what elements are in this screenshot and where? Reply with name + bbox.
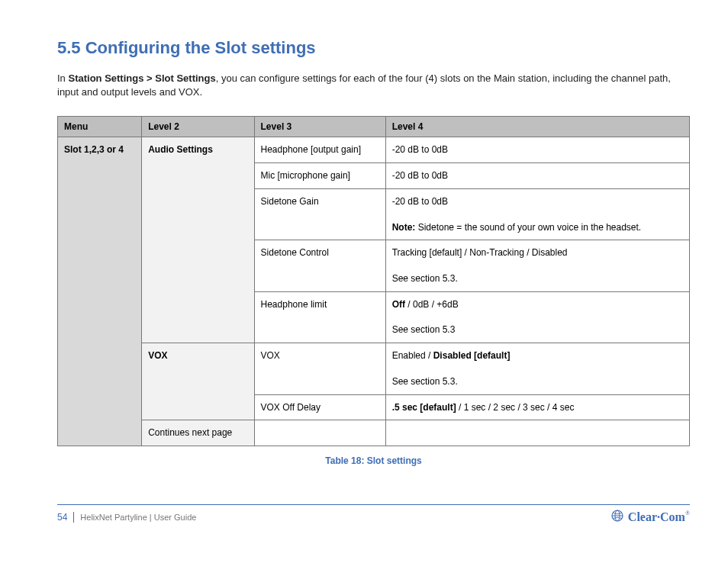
- cell-level3: Headphone [output gain]: [254, 137, 385, 163]
- cell-level2: Audio Settings: [142, 137, 254, 343]
- registered-mark: ®: [685, 510, 690, 516]
- footer-text: HelixNet Partyline | User Guide: [74, 513, 196, 522]
- th-level2: Level 2: [142, 117, 254, 137]
- cell-level3: Sidetone Gain: [254, 188, 385, 240]
- intro-paragraph: In Station Settings > Slot Settings, you…: [57, 72, 690, 99]
- cell-level4: Tracking [default] / Non-Tracking / Disa…: [385, 240, 689, 291]
- cell-level4: Enabled / Disabled [default]See section …: [385, 343, 689, 394]
- intro-lead: Station Settings > Slot Settings: [68, 72, 215, 84]
- table-body: Slot 1,2,3 or 4 Audio Settings Headphone…: [58, 137, 690, 446]
- cell-level4: -20 dB to 0dB: [385, 163, 689, 189]
- cell-level3: Mic [microphone gain]: [254, 163, 385, 189]
- section-title: 5.5 Configuring the Slot settings: [57, 38, 690, 58]
- cell-level3: [254, 420, 385, 446]
- cell-level4: Off / 0dB / +6dBSee section 5.3: [385, 291, 689, 343]
- page-content: 5.5 Configuring the Slot settings In Sta…: [0, 0, 728, 466]
- th-level3: Level 3: [254, 117, 385, 137]
- cell-level4: -20 dB to 0dBNote: Sidetone = the sound …: [385, 188, 689, 240]
- cell-level3: VOX: [254, 343, 385, 394]
- cell-level4: [385, 420, 689, 446]
- cell-level2: VOX: [142, 343, 254, 420]
- table-row: VOX VOX Enabled / Disabled [default]See …: [58, 343, 690, 394]
- brand-logo: Clear·Com®: [611, 510, 690, 525]
- table-row: Slot 1,2,3 or 4 Audio Settings Headphone…: [58, 137, 690, 163]
- cell-level1: Slot 1,2,3 or 4: [58, 137, 142, 446]
- globe-icon: [611, 510, 623, 525]
- th-menu: Menu: [58, 117, 142, 137]
- brand-name: Clear·Com: [628, 510, 685, 523]
- cell-level4: -20 dB to 0dB: [385, 137, 689, 163]
- footer-line: 54 HelixNet Partyline | User Guide Clear…: [57, 504, 690, 525]
- cell-level3: VOX Off Delay: [254, 394, 385, 420]
- table-header-row: Menu Level 2 Level 3 Level 4: [58, 117, 690, 137]
- table-caption: Table 18: Slot settings: [57, 455, 690, 466]
- page-number: 54: [57, 512, 74, 523]
- section-number: 5.5: [57, 38, 81, 57]
- th-level4: Level 4: [385, 117, 689, 137]
- cell-level3: Sidetone Control: [254, 240, 385, 291]
- section-title-text: Configuring the Slot settings: [85, 38, 316, 57]
- cell-level3: Headphone limit: [254, 291, 385, 343]
- slot-settings-table: Menu Level 2 Level 3 Level 4 Slot 1,2,3 …: [57, 116, 690, 446]
- cell-level2-info: Continues next page: [142, 420, 254, 446]
- table-row: Continues next page: [58, 420, 690, 446]
- cell-level4: .5 sec [default] / 1 sec / 2 sec / 3 sec…: [385, 394, 689, 420]
- page-footer: 54 HelixNet Partyline | User Guide Clear…: [57, 504, 690, 525]
